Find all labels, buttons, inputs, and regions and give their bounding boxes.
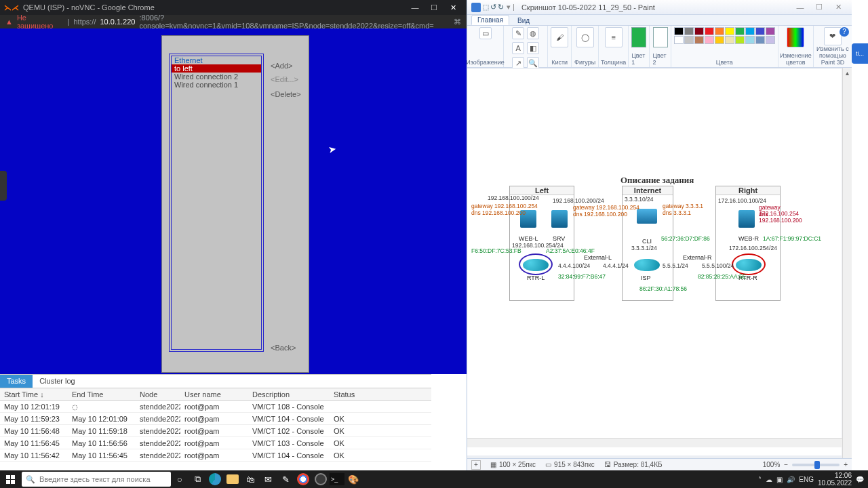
start-button[interactable] — [0, 470, 20, 488]
color-swatch[interactable] — [684, 36, 694, 44]
col-status[interactable]: Status — [330, 390, 411, 399]
tab-cluster-log[interactable]: Cluster log — [33, 375, 82, 388]
color-swatch[interactable] — [725, 36, 734, 44]
mail-icon[interactable]: ✉ — [259, 470, 277, 488]
tray-volume-icon[interactable]: 🔊 — [787, 476, 795, 483]
horizontal-scrollbar[interactable] — [467, 438, 842, 447]
store-icon[interactable]: 🛍 — [241, 470, 259, 488]
col-desc[interactable]: Description — [248, 390, 330, 399]
paint-maximize-button[interactable]: ☐ — [810, 3, 829, 12]
taskview-icon[interactable]: ⧉ — [189, 470, 206, 488]
zoom-out-button[interactable]: − — [784, 461, 788, 468]
paint-canvas[interactable]: Описание задания Left Internet Right — [467, 69, 842, 455]
close-button[interactable]: ✕ — [443, 3, 462, 12]
notepad-icon[interactable]: ✎ — [277, 470, 294, 488]
col-end[interactable]: End Time — [68, 390, 136, 399]
qa-save-icon[interactable]: ⬚ — [482, 3, 489, 12]
task-row[interactable]: May 10 11:56:45May 10 11:56:56stendde202… — [0, 437, 431, 449]
color1-swatch[interactable] — [631, 27, 646, 47]
tab-view[interactable]: Вид — [512, 16, 535, 25]
maximize-button[interactable]: ☐ — [425, 3, 443, 12]
tray-cloud-icon[interactable]: ☁ — [766, 476, 772, 483]
task-row[interactable]: May 10 11:59:23May 10 12:01:09stendde202… — [0, 413, 431, 425]
tab-home[interactable]: Главная — [471, 15, 509, 25]
back-button[interactable]: <Back> — [271, 344, 296, 352]
thickness-icon[interactable]: ≡ — [605, 27, 623, 47]
edit-button[interactable]: <Edit...> — [271, 75, 298, 83]
connection-item[interactable]: Wired connection 1 — [172, 81, 261, 89]
color-swatch[interactable] — [766, 36, 775, 44]
terminal-icon[interactable]: >_ — [330, 473, 344, 485]
zoom-slider[interactable] — [792, 464, 840, 466]
pencil-icon[interactable]: ✎ — [512, 27, 524, 39]
color-swatch[interactable] — [755, 27, 765, 35]
col-start[interactable]: Start Time ↓ — [0, 390, 68, 399]
connection-selected[interactable]: to left — [172, 64, 261, 73]
paint-titlebar[interactable]: ⬚ ↺ ↻ ▾ | Скриншот 10-05-2022 11_29_50 -… — [467, 0, 852, 15]
obs-icon[interactable] — [312, 470, 330, 488]
paint-minimize-button[interactable]: — — [791, 3, 810, 12]
taskbar-search[interactable]: 🔍 Введите здесь текст для поиска — [22, 472, 171, 487]
task-row[interactable]: May 10 11:56:42May 10 11:56:45stendde202… — [0, 449, 431, 462]
color-swatch[interactable] — [755, 36, 765, 44]
chrome-titlebar[interactable]: ⋋⋌ QEMU (ISP) - noVNC - Google Chrome — … — [0, 0, 467, 15]
qa-undo-icon[interactable]: ↺ — [490, 3, 496, 12]
task-row[interactable]: May 10 12:01:19◌stendde2022root@pamVM/CT… — [0, 401, 431, 413]
color-swatch[interactable] — [745, 27, 755, 35]
color-swatch[interactable] — [745, 36, 755, 44]
novnc-side-handle[interactable] — [0, 171, 7, 201]
shapes-icon[interactable]: ◯ — [576, 27, 594, 47]
paint-taskbar-icon[interactable]: 🎨 — [344, 470, 362, 488]
zoom-in-button[interactable]: + — [844, 461, 848, 468]
text-icon[interactable]: A — [512, 42, 524, 54]
tray-up-icon[interactable]: ˄ — [758, 476, 762, 483]
tab-tasks[interactable]: Tasks — [0, 375, 33, 388]
color-swatch[interactable] — [725, 27, 734, 35]
color-swatch[interactable] — [715, 27, 724, 35]
address-bar[interactable]: ▲ Не защищено | https:// 10.0.1.220 :800… — [0, 15, 467, 28]
help-icon[interactable]: ? — [840, 27, 849, 37]
color-swatch[interactable] — [694, 36, 704, 44]
color-swatch[interactable] — [735, 36, 745, 44]
color-swatch[interactable] — [694, 27, 704, 35]
color-swatch[interactable] — [705, 36, 714, 44]
action-center-icon[interactable]: 💬 — [856, 476, 864, 483]
delete-button[interactable]: <Delete> — [271, 90, 301, 98]
col-node[interactable]: Node — [136, 390, 180, 399]
color-swatch[interactable] — [674, 27, 684, 35]
vnc-screen[interactable]: Ethernet to left Wired connection 2 Wire… — [0, 28, 467, 374]
edit-colors-icon[interactable] — [787, 27, 804, 47]
color2-swatch[interactable] — [653, 27, 668, 47]
minimize-button[interactable]: — — [406, 3, 425, 12]
task-row[interactable]: May 10 11:56:48May 10 11:59:18stendde202… — [0, 425, 431, 437]
paint3d-icon[interactable]: ❤ — [824, 27, 842, 45]
select-icon[interactable]: ▭ — [479, 27, 492, 39]
color-swatch[interactable] — [684, 27, 694, 35]
tray-clock[interactable]: 12:06 10.05.2022 — [818, 472, 852, 487]
explorer-icon[interactable] — [224, 470, 241, 488]
color-swatch[interactable] — [674, 36, 684, 44]
connection-item[interactable]: Wired connection 2 — [172, 73, 261, 81]
col-user[interactable]: User name — [180, 390, 248, 399]
brush-icon[interactable]: 🖌 — [551, 27, 568, 47]
edge-icon[interactable] — [206, 470, 224, 488]
cortana-icon[interactable]: ○ — [171, 470, 189, 488]
ip: gateway 192.168.100.254 — [471, 203, 538, 209]
vertical-scrollbar[interactable]: ▴ — [842, 68, 852, 458]
chrome-taskbar-icon[interactable] — [294, 470, 312, 488]
connection-list[interactable]: Ethernet to left Wired connection 2 Wire… — [169, 54, 264, 352]
qa-redo-icon[interactable]: ↻ — [498, 3, 504, 12]
eraser-icon[interactable]: ◧ — [527, 42, 539, 54]
color-swatch[interactable] — [735, 27, 745, 35]
color-swatch[interactable] — [766, 27, 775, 35]
color-swatch[interactable] — [705, 27, 714, 35]
tray-lang[interactable]: ENG — [799, 476, 814, 483]
fill-icon[interactable]: ◍ — [527, 27, 539, 39]
translate-icon[interactable]: ⌘ — [454, 18, 461, 26]
ip: 172.16.100.100/24 — [718, 198, 766, 204]
paint-close-button[interactable]: ✕ — [829, 3, 848, 12]
tray-network-icon[interactable]: ▣ — [776, 476, 783, 483]
add-button[interactable]: <Add> — [271, 62, 292, 70]
color-swatch[interactable] — [715, 36, 724, 44]
side-tab[interactable]: ti... — [852, 43, 868, 64]
